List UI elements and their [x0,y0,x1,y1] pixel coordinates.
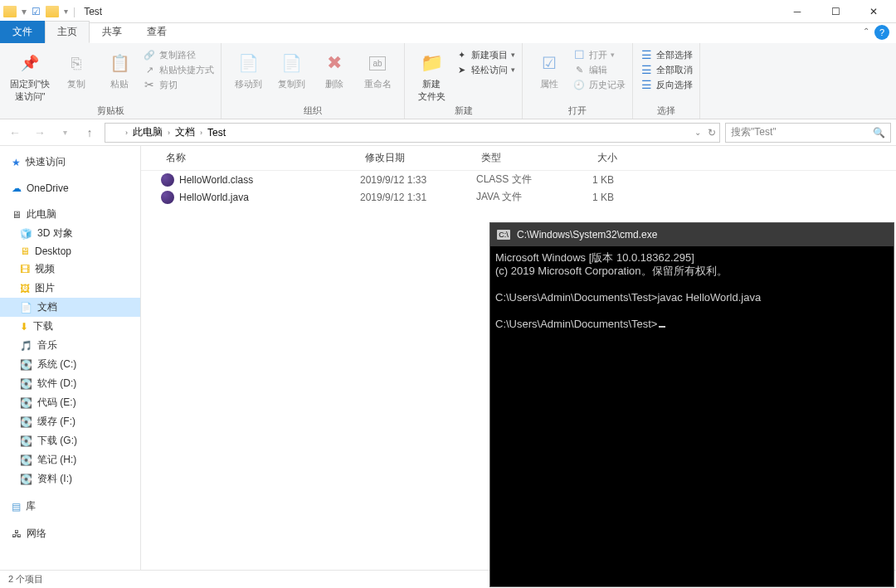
rename-icon [364,50,391,76]
tab-home[interactable]: 主页 [45,21,90,43]
file-row[interactable]: HelloWorld.java2019/9/12 1:31JAVA 文件1 KB [141,188,896,206]
copy-to-button[interactable]: 复制到 [271,46,311,90]
nav-item[interactable]: 🧊3D 对象 [0,224,140,243]
copy-icon [63,50,90,76]
nav-item[interactable]: 🖼图片 [0,279,140,298]
tab-file[interactable]: 文件 [0,21,45,43]
rename-button[interactable]: 重命名 [358,46,397,90]
nav-item[interactable]: 💽缓存 (F:) [0,412,140,431]
properties-button[interactable]: 属性 [529,46,569,90]
maximize-button[interactable]: ☐ [816,0,855,23]
cmd-titlebar[interactable]: C:\ C:\Windows\System32\cmd.exe [490,223,894,246]
qat-drop[interactable]: ▾ [64,7,68,16]
nav-item-icon: 💽 [20,474,32,485]
columns-header[interactable]: 名称 修改日期 类型 大小 [141,146,896,171]
cmd-window[interactable]: C:\ C:\Windows\System32\cmd.exe Microsof… [489,222,894,587]
nav-item-label: 音乐 [37,338,57,352]
nav-item[interactable]: 💽软件 (D:) [0,374,140,393]
select-none-button[interactable]: 全部取消 [640,63,693,76]
open-button[interactable]: 打开▾ [572,48,626,61]
cmd-body[interactable]: Microsoft Windows [版本 10.0.18362.295] (c… [490,246,894,336]
easy-access-button[interactable]: ➤轻松访问▾ [455,63,515,76]
help-icon[interactable]: ? [874,25,889,40]
selectall-icon [640,48,653,61]
nav-item-label: 文档 [37,300,57,314]
nav-item[interactable]: 🎵音乐 [0,336,140,355]
nav-item[interactable]: 💽下载 (G:) [0,431,140,450]
library-icon: ▤ [12,501,21,513]
nav-item[interactable]: 🎞视频 [0,260,140,279]
cloud-icon: ☁ [12,182,22,194]
breadcrumb-seg[interactable]: 此电脑 [131,125,164,139]
nav-item[interactable]: 💽系统 (C:) [0,355,140,374]
refresh-button[interactable]: ↻ [708,127,716,138]
forward-button[interactable]: → [30,123,50,143]
quick-access-toolbar: ▾ ☑ ▾ | [3,6,75,17]
paste-button[interactable]: 粘贴 [100,46,139,90]
ribbon-collapse[interactable]: ⌃ [863,27,869,36]
breadcrumb-seg[interactable]: 文档 [173,125,197,139]
nav-item[interactable]: 💽资料 (I:) [0,469,140,488]
search-icon: 🔍 [873,127,885,138]
chevron-icon: › [200,129,202,137]
cut-button[interactable]: 剪切 [143,78,214,91]
copy-button[interactable]: 复制 [56,46,96,90]
file-icon [161,191,174,204]
nav-item-icon: 💽 [20,454,32,466]
qat-btn[interactable]: ▾ [22,6,27,17]
nav-item[interactable]: 📄文档 [0,298,140,317]
open-icon [572,48,586,61]
delete-button[interactable]: 删除 [314,46,354,90]
col-size[interactable]: 大小 [592,149,659,167]
col-name[interactable]: 名称 [161,149,360,167]
back-button[interactable]: ← [5,123,25,143]
col-type[interactable]: 类型 [476,149,592,167]
search-input[interactable]: 搜索"Test" 🔍 [725,123,891,143]
nav-network[interactable]: 🖧网络 [0,524,140,543]
nav-item[interactable]: 💽代码 (E:) [0,393,140,412]
copy-path-button[interactable]: 🔗复制路径 [143,48,214,61]
move-to-button[interactable]: 移动到 [228,46,268,90]
nav-quick-access[interactable]: ★快速访问 [0,153,140,172]
new-folder-button[interactable]: 新建 文件夹 [411,46,451,103]
edit-button[interactable]: ✎编辑 [572,63,626,76]
tab-share[interactable]: 共享 [90,21,134,43]
tab-view[interactable]: 查看 [134,21,179,43]
nav-item[interactable]: 🖥Desktop [0,243,140,260]
nav-item[interactable]: ⬇下载 [0,317,140,336]
qat-save[interactable]: ☑ [32,6,41,17]
nav-item-icon: 🎵 [20,340,32,352]
nav-this-pc[interactable]: 🖥此电脑 [0,205,140,224]
navigation-pane[interactable]: ★快速访问 ☁OneDrive 🖥此电脑 🧊3D 对象🖥Desktop🎞视频🖼图… [0,146,141,570]
nav-onedrive[interactable]: ☁OneDrive [0,180,140,197]
history-button[interactable]: 🕘历史记录 [572,78,626,91]
nav-item-icon: 📄 [20,302,32,313]
folder-icon [109,127,122,138]
minimize-button[interactable]: ─ [778,0,816,23]
delete-icon [321,50,348,76]
nav-item-label: 资料 (I:) [37,472,72,486]
select-all-button[interactable]: 全部选择 [640,48,693,61]
nav-libraries[interactable]: ▤库 [0,497,140,516]
shortcut-icon: ↗ [143,63,156,76]
up-button[interactable]: ↑ [80,123,100,143]
close-button[interactable]: ✕ [855,0,893,23]
copyto-icon [278,50,304,76]
cut-icon [143,78,156,91]
breadcrumb[interactable]: › 此电脑 › 文档 › Test ⌄ ↻ [105,123,720,143]
recent-button[interactable]: ▾ [55,123,75,143]
group-clipboard-label: 剪贴板 [97,103,124,119]
breadcrumb-seg[interactable]: Test [206,127,227,138]
invert-selection-button[interactable]: 反向选择 [640,78,693,91]
pin-quick-access-button[interactable]: 固定到"快 速访问" [7,46,53,103]
file-row[interactable]: HelloWorld.class2019/9/12 1:33CLASS 文件1 … [141,171,896,188]
nav-item-icon: 💽 [20,397,32,409]
paste-shortcut-button[interactable]: ↗粘贴快捷方式 [143,63,214,76]
nav-item[interactable]: 💽笔记 (H:) [0,450,140,469]
nav-item-icon: 💽 [20,416,32,428]
address-dropdown[interactable]: ⌄ [694,128,701,137]
status-text: 2 个项目 [8,573,43,586]
new-item-button[interactable]: ✦新建项目▾ [455,48,515,61]
col-date[interactable]: 修改日期 [360,149,476,167]
edit-icon: ✎ [572,63,586,76]
